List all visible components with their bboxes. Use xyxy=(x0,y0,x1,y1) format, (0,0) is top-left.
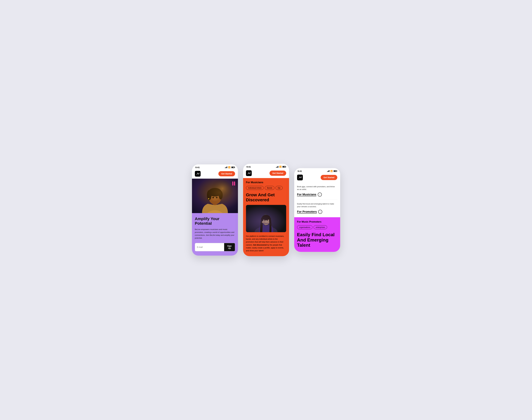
svg-point-9 xyxy=(212,197,214,198)
svg-point-12 xyxy=(255,226,278,232)
svg-rect-0 xyxy=(192,179,238,213)
svg-point-4 xyxy=(209,190,221,205)
phone2-content: For Musicians Individual Artists Bands D… xyxy=(243,178,289,256)
nav-bar-1: 𝓜 Get Started xyxy=(192,170,238,179)
tag-individual-artists[interactable]: Individual Artists xyxy=(246,186,264,190)
get-started-btn-1[interactable]: Get Started xyxy=(218,171,235,176)
musician-tags: Individual Artists Bands Djs xyxy=(246,186,286,190)
svg-point-14 xyxy=(264,214,267,218)
svg-point-8 xyxy=(208,198,209,199)
battery-icon-1 xyxy=(231,166,235,168)
phone-3: 9:41 📶 𝓜 Get Started Book gigs, connect … xyxy=(294,168,340,252)
phone3-pink-section: For Music Promoters organisations enterp… xyxy=(294,217,340,252)
logo-1: 𝓜 xyxy=(195,171,201,177)
status-bar-1: 9:41 📶 xyxy=(192,165,238,170)
status-icons-1: 📶 xyxy=(225,166,235,168)
phone2-description: Our platform is comitted to connect musi… xyxy=(246,235,286,252)
phone2-desc-bold: Get discovered xyxy=(253,244,267,246)
tag-bands[interactable]: Bands xyxy=(265,186,274,190)
get-started-btn-3[interactable]: Get Started xyxy=(321,175,337,180)
hero-photo-1 xyxy=(192,179,238,213)
svg-point-17 xyxy=(264,220,266,221)
status-bar-3: 9:41 📶 xyxy=(294,168,340,173)
pause-icon xyxy=(232,181,235,185)
svg-point-5 xyxy=(208,188,222,196)
svg-point-7 xyxy=(219,191,223,199)
musicians-link-row[interactable]: For Musicians ↓ xyxy=(297,193,337,196)
promoters-arrow-icon[interactable]: ↓ xyxy=(318,210,322,214)
svg-point-19 xyxy=(261,220,265,224)
musicians-entry-desc: Book gigs, connect with promoters, and t… xyxy=(297,185,337,191)
for-musicians-label: For Musicians xyxy=(246,181,286,184)
phones-container: 9:41 📶 𝓜 Get Started xyxy=(192,164,340,256)
get-started-btn-2[interactable]: Get Started xyxy=(269,171,286,176)
tag-enterprises[interactable]: enterprises xyxy=(314,225,327,229)
svg-point-1 xyxy=(205,180,234,205)
promoters-entry-desc: Easily find local and emerging talent to… xyxy=(297,202,337,208)
time-3: 9:41 xyxy=(298,170,302,172)
nav-bar-3: 𝓜 Get Started xyxy=(294,173,340,182)
promoters-link-row[interactable]: For Promoters ↓ xyxy=(297,210,337,214)
phone-1: 9:41 📶 𝓜 Get Started xyxy=(192,165,238,256)
artist-photo xyxy=(246,205,286,232)
promoters-link-text[interactable]: For Promoters xyxy=(297,210,317,213)
time-1: 9:41 xyxy=(195,166,200,169)
svg-point-18 xyxy=(267,220,268,221)
status-icons-3: 📶 xyxy=(327,170,337,172)
phone1-title: Amplify Your Potential xyxy=(195,217,235,226)
promoters-entry: Easily find local and emerging talent to… xyxy=(297,202,337,214)
pink-headline: Easily Find Local And Emerging Talent xyxy=(297,232,337,248)
email-input[interactable] xyxy=(195,243,224,251)
phone-2: 9:41 📶 𝓜 Get Started For Musicians Indiv… xyxy=(243,164,289,256)
svg-point-10 xyxy=(216,197,218,198)
phone1-content: Amplify Your Potential BeLive empowers m… xyxy=(192,213,238,256)
status-bar-2: 9:41 📶 xyxy=(243,164,289,169)
nav-bar-2: 𝓜 Get Started xyxy=(243,169,289,178)
signal-icon-2 xyxy=(276,166,279,168)
music-promoters-label: For Music Promoters xyxy=(297,220,337,223)
svg-point-6 xyxy=(207,190,211,200)
phone2-headline: Grow And Get Discovered xyxy=(246,192,286,202)
hero-image-1 xyxy=(192,179,238,213)
signal-icon-3 xyxy=(327,170,329,172)
phone1-desc: BeLive empowers musicians and music prom… xyxy=(195,228,235,240)
musicians-entry: Book gigs, connect with promoters, and t… xyxy=(297,185,337,200)
tag-organisations[interactable]: organisations xyxy=(297,225,312,229)
wifi-icon-1: 📶 xyxy=(228,166,230,168)
wifi-icon-3: 📶 xyxy=(330,170,333,172)
time-2: 9:41 xyxy=(247,165,251,168)
musicians-arrow-icon[interactable]: ↓ xyxy=(318,193,322,196)
status-icons-2: 📶 xyxy=(276,166,286,168)
svg-rect-11 xyxy=(246,205,286,232)
phone3-white-section: Book gigs, connect with promoters, and t… xyxy=(294,182,340,217)
wifi-icon-2: 📶 xyxy=(279,166,281,168)
battery-icon-2 xyxy=(282,166,286,167)
phone1-form: Sign Up xyxy=(195,243,235,251)
svg-rect-3 xyxy=(213,201,217,205)
musicians-link-text[interactable]: For Musicians xyxy=(297,193,316,196)
logo-3: 𝓜 xyxy=(297,175,303,180)
tag-djs[interactable]: Djs xyxy=(276,186,282,190)
signup-button[interactable]: Sign Up xyxy=(224,243,235,251)
svg-point-16 xyxy=(262,215,270,220)
logo-2: 𝓜 xyxy=(246,170,252,176)
svg-rect-13 xyxy=(265,216,266,228)
battery-icon-3 xyxy=(334,170,337,172)
promoter-tags: organisations enterprises xyxy=(297,225,337,229)
signal-icon-1 xyxy=(225,166,227,168)
svg-point-15 xyxy=(262,216,270,225)
svg-point-2 xyxy=(202,210,228,213)
